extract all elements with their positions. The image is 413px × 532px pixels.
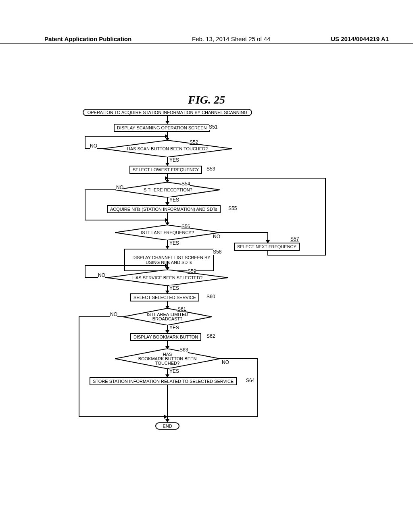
s56-text: IS IT LAST FREQUENCY? xyxy=(141,231,194,235)
edge xyxy=(267,255,326,256)
label-s53: S53 xyxy=(206,166,215,172)
edge xyxy=(220,232,268,233)
edge xyxy=(168,416,258,417)
label-yes: YES xyxy=(169,285,179,291)
s61-text: IS IT AREA-LIMITED BROADCAST? xyxy=(147,312,188,321)
edge xyxy=(85,136,86,149)
label-no: NO xyxy=(110,312,117,317)
label-yes: YES xyxy=(169,368,179,374)
edge xyxy=(79,416,167,417)
label-s64: S64 xyxy=(246,378,254,383)
edge xyxy=(79,316,79,417)
edge xyxy=(257,358,258,417)
label-s52: S52 xyxy=(190,139,198,145)
s58-text: DISPLAY CHANNEL LIST SCREEN BY USING NIT… xyxy=(132,255,210,265)
label-s55: S55 xyxy=(228,206,237,211)
label-s58: S58 xyxy=(213,249,221,255)
arrow-icon xyxy=(165,419,169,422)
s53-text: SELECT LOWEST FREQUENCY xyxy=(133,167,199,172)
start-text: OPERATION TO ACQUIRE STATION INFORMATION… xyxy=(88,110,248,115)
header-left: Patent Application Publication xyxy=(44,35,131,42)
edge xyxy=(85,265,86,278)
label-s56: S56 xyxy=(181,224,190,229)
s59-text: HAS SERVICE BEEN SELECTED? xyxy=(132,276,202,280)
figure-title: FIG. 25 xyxy=(0,94,413,106)
s51-text: DISPLAY SCANNING OPERATION SCREEN xyxy=(117,125,207,130)
node-s64: STORE STATION INFORMATION RELATED TO SEL… xyxy=(90,377,237,385)
label-s57: S57 xyxy=(290,236,299,242)
label-no: NO xyxy=(222,360,229,365)
node-start: OPERATION TO ACQUIRE STATION INFORMATION… xyxy=(83,109,252,116)
flowchart: OPERATION TO ACQUIRE STATION INFORMATION… xyxy=(44,109,367,468)
node-s62: DISPLAY BOOKMARK BUTTON xyxy=(130,333,201,341)
node-s56: IS IT LAST FREQUENCY? xyxy=(115,225,220,240)
edge xyxy=(85,189,116,190)
edge xyxy=(85,189,86,220)
node-s61: IS IT AREA-LIMITED BROADCAST? xyxy=(123,308,212,325)
label-s59: S59 xyxy=(188,268,196,274)
label-yes: YES xyxy=(169,325,179,330)
node-s51: DISPLAY SCANNING OPERATION SCREEN xyxy=(114,124,210,132)
node-s54: IS THERE RECEPTION? xyxy=(115,182,220,197)
node-s60: SELECT SELECTED SERVICE xyxy=(130,293,199,301)
label-no: NO xyxy=(116,185,123,190)
s60-text: SELECT SELECTED SERVICE xyxy=(133,295,196,300)
label-s61: S61 xyxy=(177,306,186,312)
header-right: US 2014/0044219 A1 xyxy=(331,35,389,42)
label-s60: S60 xyxy=(206,294,215,299)
label-yes: YES xyxy=(169,197,179,203)
arrow-icon xyxy=(165,218,168,222)
label-s51: S51 xyxy=(209,124,217,130)
end-text: END xyxy=(163,424,172,428)
node-s57: SELECT NEXT FREQUENCY xyxy=(234,243,300,251)
edge xyxy=(85,265,167,266)
label-no: NO xyxy=(98,272,105,278)
s64-text: STORE STATION INFORMATION RELATED TO SEL… xyxy=(93,379,234,384)
edge xyxy=(85,136,167,137)
label-yes: YES xyxy=(169,157,179,163)
header-mid: Feb. 13, 2014 Sheet 25 of 44 xyxy=(192,35,270,42)
s54-text: IS THERE RECEPTION? xyxy=(142,188,192,192)
label-no: NO xyxy=(90,143,97,149)
edge xyxy=(325,178,326,256)
s55-text: ACQUIRE NITs (STATION INFORMATION) AND S… xyxy=(110,207,217,212)
s62-text: DISPLAY BOOKMARK BUTTON xyxy=(133,335,198,339)
edge xyxy=(167,385,168,421)
label-no: NO xyxy=(213,234,220,239)
label-s63: S63 xyxy=(179,347,188,353)
label-yes: YES xyxy=(169,240,179,246)
node-end: END xyxy=(155,422,179,430)
node-s59: HAS SERVICE BEEN SELECTED? xyxy=(107,270,228,286)
s63-text: HAS BOOKMARK BUTTON BEEN TOUCHED? xyxy=(138,352,197,366)
node-s52: HAS SCAN BUTTON BEEN TOUCHED? xyxy=(103,140,232,157)
s52-text: HAS SCAN BUTTON BEEN TOUCHED? xyxy=(127,147,208,151)
node-s55: ACQUIRE NITs (STATION INFORMATION) AND S… xyxy=(107,205,221,213)
page-header: Patent Application Publication Feb. 13, … xyxy=(0,35,413,44)
node-s63: HAS BOOKMARK BUTTON BEEN TOUCHED? xyxy=(115,349,220,369)
node-s53: SELECT LOWEST FREQUENCY xyxy=(129,166,202,174)
label-s62: S62 xyxy=(206,333,215,339)
s57-text: SELECT NEXT FREQUENCY xyxy=(237,244,296,249)
label-s54: S54 xyxy=(181,181,190,187)
edge xyxy=(85,220,167,220)
edge xyxy=(168,178,326,179)
edge xyxy=(220,358,258,359)
